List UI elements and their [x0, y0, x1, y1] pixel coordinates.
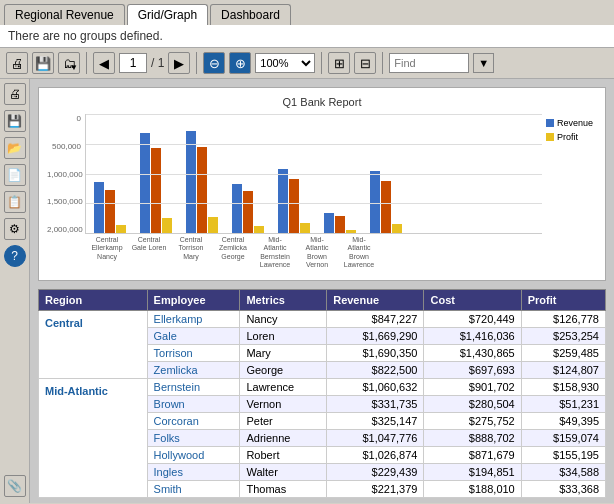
profit-cell: $253,254 [521, 327, 605, 344]
table-row: Central Ellerkamp Nancy $847,227 $720,44… [39, 310, 606, 327]
revenue-cell: $221,379 [327, 480, 424, 497]
col-cost: Cost [424, 289, 521, 310]
sidebar-gear-icon[interactable]: ⚙ [4, 218, 26, 240]
employee-bernstein: Bernstein [147, 378, 240, 395]
revenue-cell: $1,690,350 [327, 344, 424, 361]
find-dropdown-button[interactable]: ▼ [473, 53, 494, 73]
cost-cell: $871,679 [424, 446, 521, 463]
back-button[interactable]: ◀ [93, 52, 115, 74]
x-label-6: Mid-AtlanticBrown Vernon [299, 236, 335, 270]
legend-profit: Profit [546, 132, 578, 142]
find-input[interactable] [389, 53, 469, 73]
employee-zemlicka: Zemlicka [147, 361, 240, 378]
legend-profit-box [546, 133, 554, 141]
zoom-in-button[interactable]: ⊕ [229, 52, 251, 74]
zoom-out-button[interactable]: ⊖ [203, 52, 225, 74]
fit-width-button[interactable]: ⊟ [354, 52, 376, 74]
sep-1 [86, 52, 87, 74]
cost-cell: $697,693 [424, 361, 521, 378]
x-label-7: Mid-AtlanticBrown Lawrence [341, 236, 377, 270]
profit-cell: $124,807 [521, 361, 605, 378]
sep-2 [196, 52, 197, 74]
x-label-2: CentralGale Loren [131, 236, 167, 270]
bar-profit-2 [162, 218, 172, 233]
bar-profit-7 [392, 224, 402, 233]
sidebar-save-icon[interactable]: 💾 [4, 110, 26, 132]
x-label-1: CentralEllerkamp Nancy [89, 236, 125, 270]
sidebar-help-icon[interactable]: ? [4, 245, 26, 267]
metrics-cell: Adrienne [240, 429, 327, 446]
tab-regional-revenue[interactable]: Regional Revenue [4, 4, 125, 25]
region-midatlantic: Mid-Atlantic [39, 378, 148, 497]
bar-revenue-2 [140, 133, 150, 233]
employee-torrison: Torrison [147, 344, 240, 361]
revenue-cell: $1,047,776 [327, 429, 424, 446]
employee-ingles: Ingles [147, 463, 240, 480]
chart-title: Q1 Bank Report [47, 96, 597, 108]
bar-group-2 [140, 133, 172, 233]
revenue-cell: $229,439 [327, 463, 424, 480]
bar-group-1 [94, 182, 126, 233]
col-employee: Employee [147, 289, 240, 310]
bar-group-5 [278, 169, 310, 233]
employee-gale: Gale [147, 327, 240, 344]
bar-revenue-4 [232, 184, 242, 233]
profit-cell: $34,588 [521, 463, 605, 480]
employee-folks: Folks [147, 429, 240, 446]
bar-cost-3 [197, 147, 207, 233]
x-label-4: CentralZemlicka George [215, 236, 251, 270]
bar-group-7 [370, 171, 402, 233]
legend-revenue-label: Revenue [557, 118, 593, 128]
sidebar-attach-icon[interactable]: 📎 [4, 475, 26, 497]
sep-3 [321, 52, 322, 74]
page-number-input[interactable]: 1 [119, 53, 147, 73]
groups-message: There are no groups defined. [0, 25, 614, 48]
cost-cell: $720,449 [424, 310, 521, 327]
employee-ellerkamp: Ellerkamp [147, 310, 240, 327]
legend-profit-label: Profit [557, 132, 578, 142]
folder-button[interactable]: 🗂▼ [58, 52, 80, 74]
zoom-select[interactable]: 100% 75% 150% [255, 53, 315, 73]
revenue-cell: $325,147 [327, 412, 424, 429]
save-button[interactable]: 💾 [32, 52, 54, 74]
bar-cost-4 [243, 191, 253, 233]
print-button[interactable]: 🖨 [6, 52, 28, 74]
profit-cell: $155,195 [521, 446, 605, 463]
sidebar-print-icon[interactable]: 🖨 [4, 83, 26, 105]
bar-cost-5 [289, 179, 299, 233]
sidebar-folder-icon[interactable]: 📂 [4, 137, 26, 159]
bar-profit-6 [346, 230, 356, 233]
metrics-cell: George [240, 361, 327, 378]
metrics-cell: Peter [240, 412, 327, 429]
profit-cell: $126,778 [521, 310, 605, 327]
chart-container: Q1 Bank Report 2,000,000 1,500,000 1,000… [38, 87, 606, 281]
col-revenue: Revenue [327, 289, 424, 310]
employee-smith: Smith [147, 480, 240, 497]
x-label-3: CentralTorrison Mary [173, 236, 209, 270]
forward-button[interactable]: ▶ [168, 52, 190, 74]
bar-profit-3 [208, 217, 218, 233]
bar-cost-7 [381, 181, 391, 233]
col-region: Region [39, 289, 148, 310]
legend-revenue-box [546, 119, 554, 127]
tab-grid-graph[interactable]: Grid/Graph [127, 4, 208, 25]
metrics-cell: Walter [240, 463, 327, 480]
bar-revenue-5 [278, 169, 288, 233]
bar-revenue-1 [94, 182, 104, 233]
revenue-cell: $1,026,874 [327, 446, 424, 463]
metrics-cell: Vernon [240, 395, 327, 412]
cost-cell: $275,752 [424, 412, 521, 429]
cost-cell: $1,416,036 [424, 327, 521, 344]
bar-revenue-7 [370, 171, 380, 233]
revenue-cell: $822,500 [327, 361, 424, 378]
sidebar-doc-icon[interactable]: 📄 [4, 164, 26, 186]
revenue-cell: $847,227 [327, 310, 424, 327]
fit-page-button[interactable]: ⊞ [328, 52, 350, 74]
tab-dashboard[interactable]: Dashboard [210, 4, 291, 25]
profit-cell: $159,074 [521, 429, 605, 446]
sidebar-copy-icon[interactable]: 📋 [4, 191, 26, 213]
bar-profit-4 [254, 226, 264, 233]
bar-group-3 [186, 131, 218, 233]
profit-cell: $49,395 [521, 412, 605, 429]
bar-cost-1 [105, 190, 115, 233]
